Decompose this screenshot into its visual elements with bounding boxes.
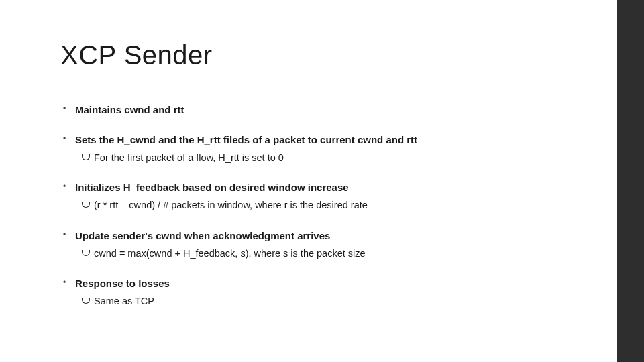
sub-item: Same as TCP [75, 294, 597, 308]
bullet-text: Initializes H_feedback based on desired … [75, 182, 349, 193]
bullet-text: Sets the H_cwnd and the H_rtt fileds of … [75, 134, 417, 145]
sidebar-accent [617, 0, 644, 362]
bullet-item: Sets the H_cwnd and the H_rtt fileds of … [60, 133, 597, 164]
bullet-text: Response to losses [75, 278, 170, 289]
bullet-item: Response to losses Same as TCP [60, 276, 597, 308]
sub-list: cwnd = max(cwnd + H_feedback, s), where … [75, 247, 597, 260]
sub-list: Same as TCP [75, 294, 597, 308]
bullet-item: Update sender's cwnd when acknowledgment… [60, 229, 597, 260]
sub-list: For the first packet of a flow, H_rtt is… [75, 151, 597, 164]
sub-list: (r * rtt – cwnd) / # packets in window, … [75, 198, 597, 212]
slide-title: XCP Sender [60, 40, 597, 70]
sub-item: (r * rtt – cwnd) / # packets in window, … [75, 198, 597, 212]
slide: XCP Sender Maintains cwnd and rtt Sets t… [0, 0, 644, 362]
bullet-text: Maintains cwnd and rtt [75, 104, 184, 115]
sub-item: cwnd = max(cwnd + H_feedback, s), where … [75, 247, 597, 260]
bullet-text: Update sender's cwnd when acknowledgment… [75, 230, 330, 241]
bullet-item: Maintains cwnd and rtt [60, 103, 597, 117]
bullet-item: Initializes H_feedback based on desired … [60, 180, 597, 212]
sub-item: For the first packet of a flow, H_rtt is… [75, 151, 597, 164]
bullet-list: Maintains cwnd and rtt Sets the H_cwnd a… [60, 103, 597, 308]
